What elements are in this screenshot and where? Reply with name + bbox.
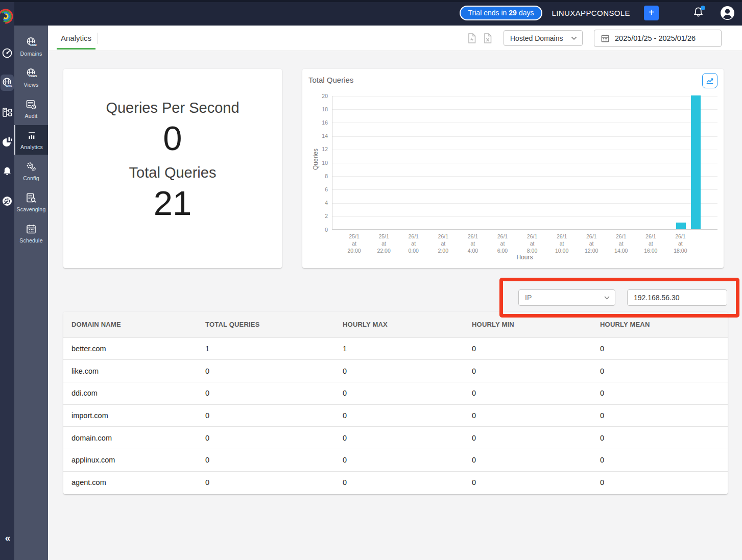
avatar[interactable] xyxy=(720,6,735,20)
nav-ipam-tree[interactable] xyxy=(1,104,14,120)
chart-y-tick-label: 6 xyxy=(307,186,328,192)
analytics-bars-icon xyxy=(26,130,38,142)
value-cell: 0 xyxy=(592,449,728,471)
value-cell: 0 xyxy=(197,427,334,449)
chart-y-tick-label: 2 xyxy=(307,213,328,219)
col-header-domain-name: DOMAIN NAME xyxy=(63,312,197,337)
domain-name-cell: import.com xyxy=(63,404,197,427)
value-cell: 0 xyxy=(197,404,334,427)
value-cell: 0 xyxy=(334,382,464,404)
sidebar-item-scavenging[interactable]: Scavenging xyxy=(14,187,48,217)
tools-icon xyxy=(2,196,13,207)
value-cell: 0 xyxy=(464,449,592,471)
stats-card: Queries Per Second 0 Total Queries 21 xyxy=(63,69,282,268)
sidebar-item-label: Scavenging xyxy=(17,206,46,212)
trial-badge[interactable]: Trial ends in 29 days xyxy=(460,6,543,20)
value-cell: 0 xyxy=(592,337,728,360)
tab-analytics[interactable]: Analytics xyxy=(57,27,95,50)
value-cell: 1 xyxy=(197,337,334,360)
sidebar-item-label: Analytics xyxy=(20,144,43,150)
value-cell: 0 xyxy=(592,382,728,404)
domains-filter-value: Hosted Domains xyxy=(510,34,571,42)
server-tree-icon xyxy=(2,107,13,118)
chart-y-tick-label: 0 xyxy=(307,227,328,233)
nav-gauge[interactable] xyxy=(1,45,14,61)
app-window: DNS xyxy=(0,0,742,560)
value-cell: 0 xyxy=(464,382,592,404)
total-queries-label: Total Queries xyxy=(129,164,217,181)
sidebar-item-schedule[interactable]: Schedule xyxy=(14,218,48,248)
chevron-down-icon xyxy=(604,296,610,300)
table-row: ddi.com0000 xyxy=(63,382,728,404)
scavenging-search-icon xyxy=(25,192,37,204)
domain-name-cell: better.com xyxy=(63,337,197,360)
table-row: domain.com0000 xyxy=(63,427,728,449)
page-toolbar: Analytics Hosted Domains xyxy=(48,26,742,51)
total-queries-chart-card: Total Queries Queries 024681012141618202… xyxy=(302,69,724,268)
chart-y-tick-label: 20 xyxy=(307,93,328,99)
chart-area: Queries 0246810121416182025/1at20:0025/1… xyxy=(302,69,724,268)
chart-y-tick-label: 16 xyxy=(307,119,328,126)
nav-dns[interactable]: DNS xyxy=(1,75,14,91)
add-button[interactable]: + xyxy=(644,6,659,20)
table-row: like.com0000 xyxy=(63,360,728,382)
sidebar-collapse-button[interactable]: « xyxy=(0,532,14,544)
sidebar-item-analytics[interactable]: Analytics xyxy=(14,125,48,155)
chart-gridline xyxy=(332,96,717,96)
nav-alerts[interactable] xyxy=(1,163,14,180)
content-area: Queries Per Second 0 Total Queries 21 To… xyxy=(48,51,742,560)
chart-plot xyxy=(332,96,717,230)
value-cell: 0 xyxy=(592,427,728,449)
domains-filter-select[interactable]: Hosted Domains xyxy=(504,30,583,46)
chart-gridline xyxy=(332,109,717,110)
export-excel-button[interactable] xyxy=(482,32,494,44)
date-range-value: 2025/01/25 - 2025/01/26 xyxy=(615,34,696,42)
ip-address-input[interactable] xyxy=(627,289,727,306)
domain-stats-table: DOMAIN NAME TOTAL QUERIES HOURLY MAX HOU… xyxy=(63,312,728,494)
app-logo[interactable] xyxy=(0,0,14,32)
value-cell: 0 xyxy=(464,427,592,449)
total-queries-value: 21 xyxy=(154,184,192,222)
user-avatar-icon xyxy=(720,6,735,20)
value-cell: 0 xyxy=(464,360,592,382)
date-range-picker[interactable]: 2025/01/25 - 2025/01/26 xyxy=(594,30,722,47)
value-cell: 0 xyxy=(197,360,334,382)
main-area: Analytics Hosted Domains xyxy=(48,26,742,560)
pdf-file-icon xyxy=(467,33,477,44)
notifications-button[interactable] xyxy=(692,6,705,19)
domain-name-cell: agent.com xyxy=(63,471,197,494)
nav-settings[interactable] xyxy=(1,193,14,209)
nav-reports[interactable] xyxy=(1,134,14,150)
value-cell: 0 xyxy=(334,449,464,471)
value-cell: 0 xyxy=(334,404,464,427)
table-row: applinux.com0000 xyxy=(63,449,728,471)
sidebar-item-label: Domains xyxy=(20,51,42,57)
chart-gridline xyxy=(332,216,717,217)
value-cell: 0 xyxy=(592,360,728,382)
sidebar-item-audit[interactable]: Audit xyxy=(14,94,48,124)
chart-gridline xyxy=(332,136,717,137)
export-pdf-button[interactable] xyxy=(466,32,478,44)
chart-y-tick-label: 4 xyxy=(307,200,328,206)
table-header-row: DOMAIN NAME TOTAL QUERIES HOURLY MAX HOU… xyxy=(63,312,728,337)
sidebar-item-config[interactable]: Config xyxy=(14,156,48,186)
calendar-icon xyxy=(601,34,610,43)
ip-filter-type-value: IP xyxy=(525,294,604,302)
value-cell: 0 xyxy=(197,471,334,494)
sidebar-item-domains[interactable]: COM Domains xyxy=(14,32,48,61)
value-cell: 0 xyxy=(464,404,592,427)
chart-x-axis-label: Hours xyxy=(332,254,717,261)
sidebar-item-views[interactable]: VIEWS Views xyxy=(14,63,48,92)
qps-label: Queries Per Second xyxy=(106,100,239,116)
sidebar-item-label: Config xyxy=(23,175,39,181)
chart-y-tick-label: 8 xyxy=(307,173,328,179)
col-header-hourly-min: HOURLY MIN xyxy=(464,312,592,337)
pie-chart-icon xyxy=(2,136,13,148)
chart-y-tick-label: 12 xyxy=(307,146,328,152)
ip-filter-type-select[interactable]: IP xyxy=(518,289,615,306)
sidebar-item-label: Schedule xyxy=(19,237,42,244)
table-row: better.com1100 xyxy=(63,337,728,360)
value-cell: 0 xyxy=(197,449,334,471)
table-row: import.com0000 xyxy=(63,404,728,427)
trial-text: Trial ends in xyxy=(468,9,507,17)
